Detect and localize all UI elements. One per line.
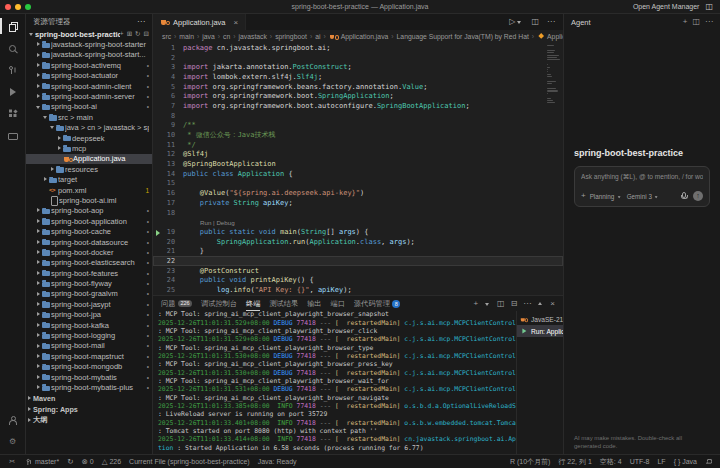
- tree-item[interactable]: resources: [26, 164, 152, 174]
- panel-tab-调试控制台[interactable]: 调试控制台: [201, 296, 237, 311]
- panel-tab-端口[interactable]: 端口: [331, 296, 345, 311]
- breadcrumb-item[interactable]: java: [202, 33, 214, 40]
- panel-tab-源代码管理[interactable]: 源代码管理8: [354, 296, 400, 311]
- breadcrumb-item[interactable]: javastack: [239, 33, 267, 40]
- tree-item[interactable]: spring-boot-mybatis•: [26, 372, 152, 382]
- status-indentation[interactable]: 空格: 4: [600, 457, 622, 467]
- panel-tab-测试结果[interactable]: 测试结果: [269, 296, 298, 311]
- tree-item[interactable]: spring-boot-ai.iml: [26, 195, 152, 205]
- newfolder-icon[interactable]: ⊞: [127, 31, 132, 38]
- tree-item[interactable]: spring-boot-mybatis-plus•: [26, 382, 152, 392]
- terminal-dropdown-icon[interactable]: [484, 300, 491, 307]
- status-remote-indicator[interactable]: [7, 458, 17, 465]
- more-editor-actions-icon[interactable]: ⋯: [547, 18, 555, 26]
- tree-item[interactable]: Application.java: [26, 154, 152, 164]
- kill-terminal-icon[interactable]: ⊟: [511, 300, 518, 308]
- activity-extensions[interactable]: [0, 103, 25, 125]
- panel-tab-终端[interactable]: 终端: [246, 296, 260, 311]
- status-errors[interactable]: ⊗0: [81, 458, 93, 466]
- tree-item[interactable]: javastack-spring-boot-starter: [26, 39, 152, 49]
- tree-item[interactable]: javastack-spring-boot-start...: [26, 50, 152, 60]
- send-button[interactable]: ↑: [693, 191, 703, 201]
- open-agent-manager-button[interactable]: Open Agent Manager: [633, 3, 700, 10]
- status-git-branch[interactable]: master*: [25, 458, 59, 466]
- status-git-blame[interactable]: R (10个月前): [510, 457, 550, 467]
- mode-selector[interactable]: Planning: [590, 193, 623, 200]
- split-terminal-icon[interactable]: ◫: [497, 300, 505, 308]
- panel-tab-输出[interactable]: 输出: [307, 296, 321, 311]
- status-language-mode[interactable]: { } Java: [674, 458, 697, 465]
- activity-remote-explorer[interactable]: [0, 125, 25, 147]
- activity-settings[interactable]: ⚙: [0, 431, 25, 453]
- status-eol[interactable]: LF: [657, 458, 665, 465]
- tree-item[interactable]: spring-boot-features•: [26, 268, 152, 278]
- tree-item[interactable]: spring-boot-admin-server•: [26, 91, 152, 101]
- terminal-instance[interactable]: JavaSE-21 ...: [517, 313, 563, 325]
- tree-item[interactable]: spring-boot-application•: [26, 216, 152, 226]
- mic-icon[interactable]: [679, 191, 689, 201]
- run-dropdown-icon[interactable]: [516, 19, 523, 26]
- tree-item[interactable]: spring-boot-cache•: [26, 226, 152, 236]
- panel-more-icon[interactable]: ⋯: [523, 300, 531, 308]
- tree-item[interactable]: spring-boot-datasource•: [26, 237, 152, 247]
- tree-item[interactable]: spring-boot-ai•: [26, 102, 152, 112]
- agent-chat-input[interactable]: Ask anything (⌘L), @ to mention, / for w…: [574, 166, 710, 207]
- minimap[interactable]: [547, 45, 561, 105]
- breadcrumb-item[interactable]: main: [179, 33, 194, 40]
- breadcrumb-item[interactable]: src: [162, 33, 171, 40]
- sidebar-section[interactable]: Spring: Apps: [26, 404, 152, 415]
- panel-tab-问题[interactable]: 问题226: [161, 296, 192, 311]
- tree-item[interactable]: java > cn > javastack > spri...: [26, 123, 152, 133]
- tree-item[interactable]: target: [26, 174, 152, 184]
- status-launch-config[interactable]: Current File (spring-boot-best-practice): [129, 458, 250, 465]
- tree-item[interactable]: spring-boot-elasticsearch•: [26, 258, 152, 268]
- minimize-window-button[interactable]: [15, 4, 21, 10]
- status-java-status[interactable]: Java: Ready: [258, 458, 297, 465]
- tree-item[interactable]: spring-boot-flyway•: [26, 278, 152, 288]
- close-tab-icon[interactable]: ×: [234, 18, 239, 27]
- tree-item[interactable]: spring-boot-graalvm•: [26, 289, 152, 299]
- run-file-button[interactable]: ▷: [509, 18, 523, 26]
- tree-item[interactable]: spring-boot-best-practice+⊞↻⊟: [26, 29, 152, 39]
- tree-item[interactable]: spring-boot-aop•: [26, 206, 152, 216]
- tree-item[interactable]: pom.xml1: [26, 185, 152, 195]
- breadcrumb-item[interactable]: Application.java: [329, 32, 389, 41]
- breadcrumb-item[interactable]: Language Support for Java(TM) by Red Hat: [397, 33, 529, 40]
- tree-item[interactable]: spring-boot-mapstruct•: [26, 351, 152, 361]
- new-terminal-icon[interactable]: +: [473, 300, 478, 308]
- newfile-icon[interactable]: +: [120, 31, 124, 38]
- activity-account[interactable]: [0, 409, 25, 431]
- more-actions-icon[interactable]: ⋯: [137, 18, 145, 26]
- sidebar-section[interactable]: 大纲: [26, 415, 152, 426]
- status-encoding[interactable]: UTF-8: [630, 458, 650, 465]
- close-panel-icon[interactable]: ×: [550, 300, 555, 308]
- terminal-instance[interactable]: Run: Applic...: [517, 325, 563, 337]
- breadcrumb-item[interactable]: Application: [537, 33, 563, 41]
- activity-explorer[interactable]: [0, 15, 25, 37]
- tree-item[interactable]: spring-boot-mail•: [26, 341, 152, 351]
- activity-search[interactable]: [0, 37, 25, 59]
- status-warnings[interactable]: △226: [102, 458, 121, 466]
- status-sync[interactable]: ↻: [67, 458, 73, 466]
- new-chat-icon[interactable]: +: [683, 18, 688, 26]
- sidebar-section[interactable]: Maven: [26, 393, 152, 404]
- model-selector[interactable]: Gemini 3: [627, 193, 661, 200]
- attach-icon[interactable]: +: [581, 192, 586, 200]
- status-cursor-position[interactable]: 行 22, 列 1: [558, 457, 591, 467]
- tab-application-java[interactable]: Application.java ×: [153, 14, 246, 30]
- activity-source-control[interactable]: [0, 59, 25, 81]
- refresh-icon[interactable]: ↻: [135, 31, 140, 38]
- tree-item[interactable]: deepseek: [26, 133, 152, 143]
- codelens-run-debug[interactable]: Run | Debug: [183, 219, 235, 226]
- breadcrumb-item[interactable]: ai: [315, 33, 320, 40]
- agent-more-icon[interactable]: ⋯: [705, 18, 713, 26]
- tree-item[interactable]: spring-boot-activemq•: [26, 60, 152, 70]
- tree-item[interactable]: spring-boot-actuator•: [26, 71, 152, 81]
- layout-icon[interactable]: ◫: [705, 3, 713, 11]
- terminal-output[interactable]: : MCP Tool: spring_ai_mcp_client_playwri…: [153, 311, 516, 454]
- breadcrumb-item[interactable]: cn: [223, 33, 230, 40]
- collapse-icon[interactable]: ⊟: [144, 31, 149, 38]
- tree-item[interactable]: mcp: [26, 143, 152, 153]
- split-editor-icon[interactable]: ◫: [531, 18, 539, 26]
- tree-item[interactable]: spring-boot-jpa•: [26, 310, 152, 320]
